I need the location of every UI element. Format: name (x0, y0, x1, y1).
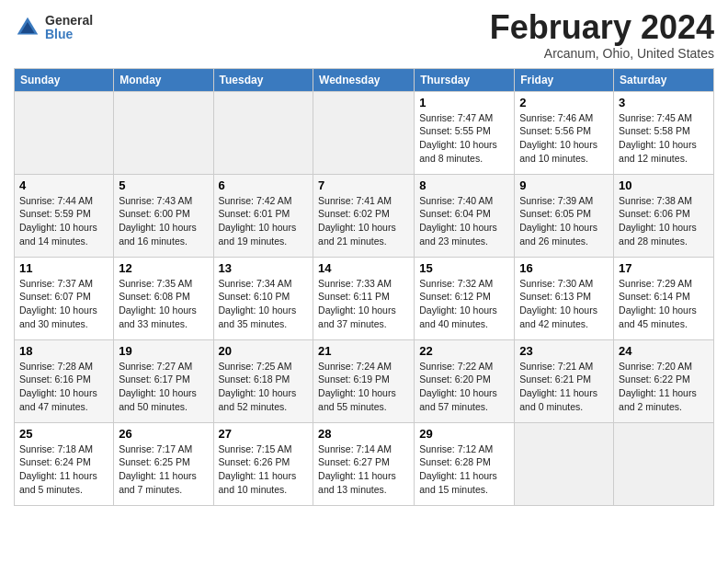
week-row-2: 4Sunrise: 7:44 AMSunset: 5:59 PMDaylight… (15, 174, 714, 257)
calendar-cell (313, 91, 415, 174)
day-info: Sunrise: 7:12 AMSunset: 6:28 PMDaylight:… (419, 442, 509, 497)
day-info: Sunrise: 7:21 AMSunset: 6:21 PMDaylight:… (519, 360, 609, 414)
day-number: 14 (318, 261, 409, 275)
day-number: 4 (19, 178, 108, 192)
week-row-3: 11Sunrise: 7:37 AMSunset: 6:07 PMDayligh… (15, 257, 714, 339)
day-info: Sunrise: 7:40 AMSunset: 6:04 PMDaylight:… (419, 194, 509, 248)
day-number: 15 (419, 261, 509, 275)
day-info: Sunrise: 7:30 AMSunset: 6:13 PMDaylight:… (519, 277, 609, 331)
week-row-1: 1Sunrise: 7:47 AMSunset: 5:55 PMDaylight… (15, 91, 714, 174)
day-number: 10 (619, 178, 709, 192)
day-number: 23 (519, 344, 609, 358)
day-info: Sunrise: 7:27 AMSunset: 6:17 PMDaylight:… (119, 360, 208, 414)
day-info: Sunrise: 7:37 AMSunset: 6:07 PMDaylight:… (19, 277, 108, 331)
day-info: Sunrise: 7:29 AMSunset: 6:14 PMDaylight:… (619, 277, 709, 331)
day-info: Sunrise: 7:22 AMSunset: 6:20 PMDaylight:… (419, 360, 509, 414)
title-block: February 2024 Arcanum, Ohio, United Stat… (490, 9, 714, 61)
day-info: Sunrise: 7:38 AMSunset: 6:06 PMDaylight:… (619, 194, 709, 248)
calendar-cell: 16Sunrise: 7:30 AMSunset: 6:13 PMDayligh… (515, 257, 614, 339)
column-header-monday: Monday (114, 68, 213, 91)
calendar-cell: 18Sunrise: 7:28 AMSunset: 6:16 PMDayligh… (15, 339, 114, 422)
calendar-cell: 22Sunrise: 7:22 AMSunset: 6:20 PMDayligh… (415, 339, 515, 422)
week-row-4: 18Sunrise: 7:28 AMSunset: 6:16 PMDayligh… (15, 339, 714, 422)
calendar-cell: 5Sunrise: 7:43 AMSunset: 6:00 PMDaylight… (114, 174, 213, 257)
location: Arcanum, Ohio, United States (490, 46, 714, 61)
day-info: Sunrise: 7:46 AMSunset: 5:56 PMDaylight:… (519, 111, 609, 166)
calendar-cell (515, 422, 614, 505)
calendar-cell: 2Sunrise: 7:46 AMSunset: 5:56 PMDaylight… (515, 91, 614, 174)
week-row-5: 25Sunrise: 7:18 AMSunset: 6:24 PMDayligh… (15, 422, 714, 505)
column-header-tuesday: Tuesday (213, 68, 313, 91)
calendar-cell: 3Sunrise: 7:45 AMSunset: 5:58 PMDaylight… (614, 91, 714, 174)
calendar-cell (614, 422, 714, 505)
logo-icon (14, 14, 41, 41)
day-number: 11 (19, 261, 108, 275)
day-number: 13 (219, 261, 309, 275)
day-info: Sunrise: 7:39 AMSunset: 6:05 PMDaylight:… (519, 194, 609, 248)
day-info: Sunrise: 7:42 AMSunset: 6:01 PMDaylight:… (219, 194, 309, 248)
column-header-wednesday: Wednesday (313, 68, 415, 91)
calendar-cell: 12Sunrise: 7:35 AMSunset: 6:08 PMDayligh… (114, 257, 213, 339)
calendar-cell: 19Sunrise: 7:27 AMSunset: 6:17 PMDayligh… (114, 339, 213, 422)
day-number: 24 (619, 344, 709, 358)
day-number: 1 (419, 96, 509, 109)
day-info: Sunrise: 7:45 AMSunset: 5:58 PMDaylight:… (619, 111, 709, 166)
calendar-cell: 7Sunrise: 7:41 AMSunset: 6:02 PMDaylight… (313, 174, 415, 257)
day-number: 7 (318, 178, 409, 192)
day-info: Sunrise: 7:18 AMSunset: 6:24 PMDaylight:… (19, 442, 108, 497)
day-info: Sunrise: 7:15 AMSunset: 6:26 PMDaylight:… (219, 442, 309, 497)
calendar-cell: 9Sunrise: 7:39 AMSunset: 6:05 PMDaylight… (515, 174, 614, 257)
column-header-friday: Friday (515, 68, 614, 91)
day-number: 16 (519, 261, 609, 275)
day-number: 2 (519, 96, 609, 109)
calendar-header-row: SundayMondayTuesdayWednesdayThursdayFrid… (15, 68, 714, 91)
day-number: 25 (19, 427, 108, 441)
day-number: 27 (219, 427, 309, 441)
day-number: 8 (419, 178, 509, 192)
day-number: 17 (619, 261, 709, 275)
calendar-cell: 20Sunrise: 7:25 AMSunset: 6:18 PMDayligh… (213, 339, 313, 422)
calendar-cell: 6Sunrise: 7:42 AMSunset: 6:01 PMDaylight… (213, 174, 313, 257)
day-info: Sunrise: 7:33 AMSunset: 6:11 PMDaylight:… (318, 277, 409, 331)
day-number: 12 (119, 261, 208, 275)
day-info: Sunrise: 7:14 AMSunset: 6:27 PMDaylight:… (318, 442, 409, 497)
day-info: Sunrise: 7:44 AMSunset: 5:59 PMDaylight:… (19, 194, 108, 248)
calendar-cell: 17Sunrise: 7:29 AMSunset: 6:14 PMDayligh… (614, 257, 714, 339)
day-info: Sunrise: 7:34 AMSunset: 6:10 PMDaylight:… (219, 277, 309, 331)
day-number: 28 (318, 427, 409, 441)
calendar-cell: 15Sunrise: 7:32 AMSunset: 6:12 PMDayligh… (415, 257, 515, 339)
day-number: 26 (119, 427, 208, 441)
calendar-cell: 4Sunrise: 7:44 AMSunset: 5:59 PMDaylight… (15, 174, 114, 257)
logo: General Blue (14, 14, 93, 42)
day-info: Sunrise: 7:25 AMSunset: 6:18 PMDaylight:… (219, 360, 309, 414)
calendar-cell (213, 91, 313, 174)
calendar-cell (114, 91, 213, 174)
day-number: 21 (318, 344, 409, 358)
day-number: 22 (419, 344, 509, 358)
calendar-cell: 27Sunrise: 7:15 AMSunset: 6:26 PMDayligh… (213, 422, 313, 505)
calendar-cell: 24Sunrise: 7:20 AMSunset: 6:22 PMDayligh… (614, 339, 714, 422)
logo-general-text: General (45, 14, 93, 28)
day-number: 6 (219, 178, 309, 192)
day-number: 29 (419, 427, 509, 441)
calendar-table: SundayMondayTuesdayWednesdayThursdayFrid… (14, 68, 714, 506)
day-number: 3 (619, 96, 709, 109)
page-header: General Blue February 2024 Arcanum, Ohio… (14, 9, 714, 61)
calendar-cell: 26Sunrise: 7:17 AMSunset: 6:25 PMDayligh… (114, 422, 213, 505)
calendar-cell: 14Sunrise: 7:33 AMSunset: 6:11 PMDayligh… (313, 257, 415, 339)
day-number: 19 (119, 344, 208, 358)
day-info: Sunrise: 7:35 AMSunset: 6:08 PMDaylight:… (119, 277, 208, 331)
day-number: 9 (519, 178, 609, 192)
calendar-cell: 23Sunrise: 7:21 AMSunset: 6:21 PMDayligh… (515, 339, 614, 422)
day-info: Sunrise: 7:32 AMSunset: 6:12 PMDaylight:… (419, 277, 509, 331)
column-header-saturday: Saturday (614, 68, 714, 91)
day-info: Sunrise: 7:20 AMSunset: 6:22 PMDaylight:… (619, 360, 709, 414)
column-header-sunday: Sunday (15, 68, 114, 91)
calendar-cell: 21Sunrise: 7:24 AMSunset: 6:19 PMDayligh… (313, 339, 415, 422)
logo-blue-text: Blue (45, 28, 93, 41)
calendar-cell (15, 91, 114, 174)
day-info: Sunrise: 7:28 AMSunset: 6:16 PMDaylight:… (19, 360, 108, 414)
calendar-cell: 13Sunrise: 7:34 AMSunset: 6:10 PMDayligh… (213, 257, 313, 339)
calendar-cell: 29Sunrise: 7:12 AMSunset: 6:28 PMDayligh… (415, 422, 515, 505)
calendar-cell: 28Sunrise: 7:14 AMSunset: 6:27 PMDayligh… (313, 422, 415, 505)
